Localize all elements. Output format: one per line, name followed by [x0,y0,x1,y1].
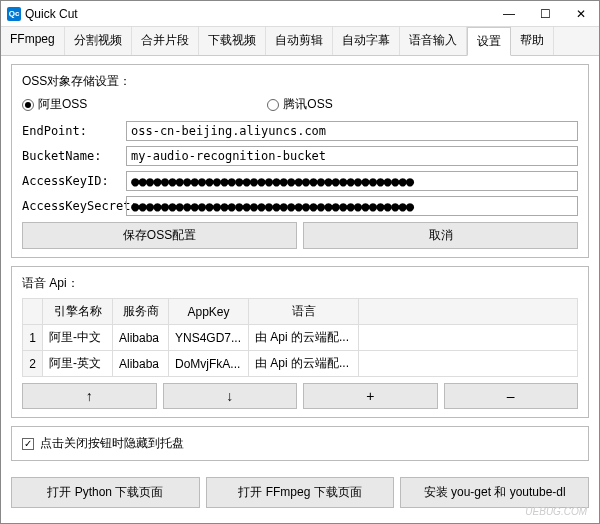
save-oss-button[interactable]: 保存OSS配置 [22,222,297,249]
app-window: Qc Quick Cut — ☐ ✕ FFmpeg 分割视频 合并片段 下载视频… [0,0,600,524]
cell-lang[interactable]: 由 Api 的云端配... [249,351,359,377]
minimize-button[interactable]: — [491,1,527,27]
cell-name[interactable]: 阿里-中文 [43,325,113,351]
table-row[interactable]: 2 阿里-英文 Alibaba DoMvjFkA... 由 Api 的云端配..… [23,351,578,377]
add-button[interactable]: + [303,383,438,409]
col-provider: 服务商 [113,299,169,325]
radio-tencent-label: 腾讯OSS [283,96,332,113]
tab-help[interactable]: 帮助 [511,27,554,55]
open-ffmpeg-button[interactable]: 打开 FFmpeg 下载页面 [206,477,395,508]
accesskeysecret-input[interactable]: ●●●●●●●●●●●●●●●●●●●●●●●●●●●●●●●●●●●●●● [126,196,578,216]
cell-appkey[interactable]: YNS4GD7... [169,325,249,351]
cancel-oss-button[interactable]: 取消 [303,222,578,249]
tab-ffmpeg[interactable]: FFmpeg [1,27,65,55]
oss-provider-row: 阿里OSS 腾讯OSS [22,96,578,113]
window-controls: — ☐ ✕ [491,1,599,27]
open-python-button[interactable]: 打开 Python 下载页面 [11,477,200,508]
bucket-label: BucketName: [22,149,126,163]
tray-checkbox-row[interactable]: ✓ 点击关闭按钮时隐藏到托盘 [22,435,578,452]
tab-download[interactable]: 下载视频 [199,27,266,55]
cell-name[interactable]: 阿里-英文 [43,351,113,377]
table-header-row: 引擎名称 服务商 AppKey 语言 [23,299,578,325]
bottom-buttons: 打开 Python 下载页面 打开 FFmpeg 下载页面 安装 you-get… [11,477,589,508]
endpoint-label: EndPoint: [22,124,126,138]
accesskeyid-input[interactable]: ●●●●●●●●●●●●●●●●●●●●●●●●●●●●●●●●●●●●●● [126,171,578,191]
app-icon: Qc [7,7,21,21]
move-up-button[interactable]: ↑ [22,383,157,409]
table-row[interactable]: 1 阿里-中文 Alibaba YNS4GD7... 由 Api 的云端配... [23,325,578,351]
tab-split[interactable]: 分割视频 [65,27,132,55]
cell-extra [359,351,578,377]
accesskeyid-label: AccessKeyID: [22,174,126,188]
tray-label: 点击关闭按钮时隐藏到托盘 [40,435,184,452]
api-title: 语音 Api： [22,275,578,292]
col-appkey: AppKey [169,299,249,325]
radio-tencent-icon [267,99,279,111]
api-group: 语音 Api： 引擎名称 服务商 AppKey 语言 1 阿里-中文 Aliba… [11,266,589,418]
row-num: 1 [23,325,43,351]
api-table: 引擎名称 服务商 AppKey 语言 1 阿里-中文 Alibaba YNS4G… [22,298,578,377]
close-button[interactable]: ✕ [563,1,599,27]
radio-ali[interactable]: 阿里OSS [22,96,87,113]
col-extra [359,299,578,325]
watermark: UEBUG.COM [525,506,587,517]
move-down-button[interactable]: ↓ [163,383,298,409]
endpoint-input[interactable] [126,121,578,141]
oss-title: OSS对象存储设置： [22,73,578,90]
radio-ali-label: 阿里OSS [38,96,87,113]
radio-tencent[interactable]: 腾讯OSS [267,96,332,113]
tray-checkbox[interactable]: ✓ [22,438,34,450]
cell-lang[interactable]: 由 Api 的云端配... [249,325,359,351]
oss-group: OSS对象存储设置： 阿里OSS 腾讯OSS EndPoint: BucketN… [11,64,589,258]
settings-content: OSS对象存储设置： 阿里OSS 腾讯OSS EndPoint: BucketN… [1,56,599,477]
tab-bar: FFmpeg 分割视频 合并片段 下载视频 自动剪辑 自动字幕 语音输入 设置 … [1,27,599,56]
col-num [23,299,43,325]
tab-merge[interactable]: 合并片段 [132,27,199,55]
radio-ali-icon [22,99,34,111]
titlebar: Qc Quick Cut — ☐ ✕ [1,1,599,27]
delete-button[interactable]: – [444,383,579,409]
accesskeysecret-label: AccessKeySecret: [22,199,126,213]
cell-provider[interactable]: Alibaba [113,325,169,351]
install-tools-button[interactable]: 安装 you-get 和 youtube-dl [400,477,589,508]
bucket-input[interactable] [126,146,578,166]
cell-appkey[interactable]: DoMvjFkA... [169,351,249,377]
tab-voice[interactable]: 语音输入 [400,27,467,55]
app-title: Quick Cut [25,7,491,21]
tab-subtitle[interactable]: 自动字幕 [333,27,400,55]
cell-extra [359,325,578,351]
row-num: 2 [23,351,43,377]
col-lang: 语言 [249,299,359,325]
tab-autocut[interactable]: 自动剪辑 [266,27,333,55]
col-name: 引擎名称 [43,299,113,325]
tab-settings[interactable]: 设置 [467,27,511,56]
maximize-button[interactable]: ☐ [527,1,563,27]
cell-provider[interactable]: Alibaba [113,351,169,377]
tray-group: ✓ 点击关闭按钮时隐藏到托盘 [11,426,589,461]
